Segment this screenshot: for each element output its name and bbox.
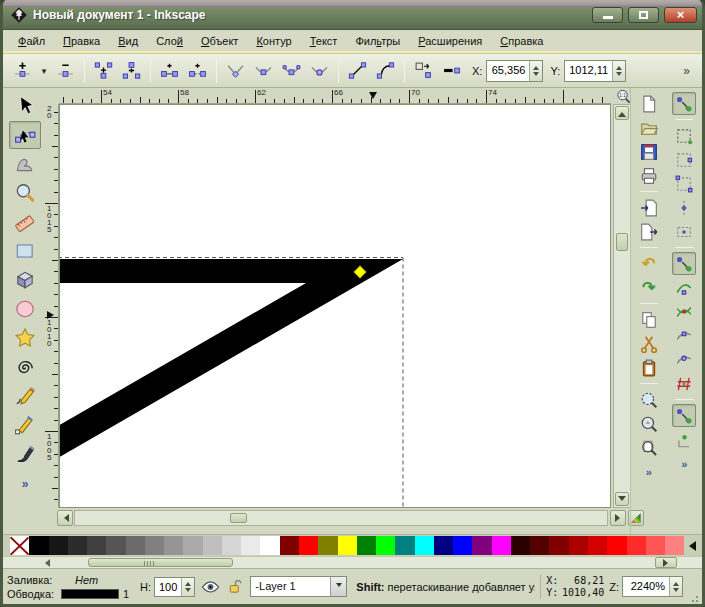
swatch-800000[interactable]	[549, 536, 568, 555]
tool-zoom-button[interactable]	[9, 179, 41, 207]
snap-path-intersections-button[interactable]	[672, 300, 696, 323]
make-symmetric-node-button[interactable]	[278, 57, 305, 84]
spinner-arrows[interactable]	[669, 577, 682, 596]
menu-item-2[interactable]: Вид	[109, 32, 147, 50]
tool-spiral-button[interactable]	[9, 353, 41, 381]
undo-button[interactable]: ↶	[637, 252, 661, 275]
commands-overflow-button[interactable]: »	[646, 466, 652, 478]
join-with-segment-button[interactable]	[156, 57, 183, 84]
minimize-button[interactable]	[592, 7, 623, 23]
snap-bounding-box-button[interactable]	[672, 124, 696, 147]
swatch-ffffff[interactable]	[260, 536, 279, 555]
toolbar-overflow-button[interactable]: »	[677, 64, 696, 78]
redo-button[interactable]: ↷	[637, 276, 661, 299]
tool-tweak-button[interactable]	[9, 150, 41, 178]
swatch-ffff00[interactable]	[338, 536, 357, 555]
break-nodes-button[interactable]	[118, 57, 145, 84]
menu-item-7[interactable]: Фильтры	[346, 32, 409, 50]
canvas-viewport[interactable]	[59, 104, 611, 508]
print-button[interactable]	[637, 164, 661, 187]
palette-scroll-left-icon[interactable]	[41, 559, 50, 567]
snap-to-paths-button[interactable]	[672, 276, 696, 299]
swatch-ff0000[interactable]	[607, 536, 626, 555]
layer-visibility-toggle[interactable]	[200, 579, 220, 595]
join-nodes-button[interactable]	[90, 57, 117, 84]
insert-node-button[interactable]	[9, 57, 36, 84]
stroke-to-path-button[interactable]	[438, 57, 465, 84]
menu-item-8[interactable]: Расширения	[409, 32, 491, 50]
menu-item-3[interactable]: Слой	[147, 32, 192, 50]
make-corner-node-button[interactable]	[222, 57, 249, 84]
palette-scroll-thumb[interactable]	[88, 558, 233, 567]
open-button[interactable]	[637, 116, 661, 139]
vertical-scrollbar[interactable]	[613, 104, 631, 508]
swatch-ff0000[interactable]	[299, 536, 318, 555]
insert-node-dropdown[interactable]: ▾	[37, 57, 51, 84]
delete-segment-button[interactable]	[184, 57, 211, 84]
swatch-000000[interactable]	[29, 536, 48, 555]
swatch-aa0000[interactable]	[569, 536, 588, 555]
swatch-d40000[interactable]	[588, 536, 607, 555]
make-auto-node-button[interactable]	[306, 57, 333, 84]
swatch-ff00ff[interactable]	[492, 536, 511, 555]
swatch-2b0000[interactable]	[511, 536, 530, 555]
swatch-000080[interactable]	[434, 536, 453, 555]
swatch-555555[interactable]	[106, 536, 125, 555]
zoom-drawing-button[interactable]	[637, 412, 661, 435]
make-smooth-node-button[interactable]	[250, 57, 277, 84]
swatch-959595[interactable]	[164, 536, 183, 555]
layer-selector[interactable]: -Layer 1	[250, 576, 347, 597]
swatch-d5d5d5[interactable]	[222, 536, 241, 555]
tool-rectangle-button[interactable]	[9, 237, 41, 265]
copy-button[interactable]	[637, 308, 661, 331]
swatch-00ffff[interactable]	[415, 536, 434, 555]
tool-node-editor-button[interactable]	[9, 121, 41, 149]
menu-item-6[interactable]: Текст	[301, 32, 347, 50]
vertical-scroll-thumb[interactable]	[616, 233, 628, 251]
swatch-ff2a2a[interactable]	[627, 536, 646, 555]
object-to-path-button[interactable]	[410, 57, 437, 84]
horizontal-scroll-thumb[interactable]	[230, 513, 247, 523]
menu-item-1[interactable]: Правка	[54, 32, 109, 50]
menu-item-0[interactable]: Файл	[9, 32, 54, 50]
snap-bbox-edge-midpoints-button[interactable]	[672, 196, 696, 219]
swatch-eaeaea[interactable]	[241, 536, 260, 555]
tool-selector-button[interactable]	[9, 92, 41, 120]
swatch-none[interactable]	[10, 536, 29, 555]
swatch-6b6b6b[interactable]	[126, 536, 145, 555]
spinner-arrows[interactable]	[181, 578, 194, 596]
tool-pencil-button[interactable]	[9, 382, 41, 410]
new-document-button[interactable]	[637, 92, 661, 115]
menu-item-9[interactable]: Справка	[491, 32, 552, 50]
toolbox-overflow-button[interactable]: »	[22, 477, 29, 491]
snap-nodes-button[interactable]	[672, 252, 696, 275]
menu-item-4[interactable]: Объект	[192, 32, 247, 50]
cut-button[interactable]	[637, 332, 661, 355]
swatch-550000[interactable]	[530, 536, 549, 555]
scroll-down-button[interactable]	[615, 492, 629, 506]
zoom-input[interactable]: 2240%	[622, 576, 683, 597]
palette-scrollbar[interactable]	[3, 556, 702, 568]
swatch-008080[interactable]	[395, 536, 414, 555]
stroke-color-swatch[interactable]	[61, 589, 119, 599]
close-button[interactable]: ×	[664, 7, 697, 23]
swatch-800080[interactable]	[472, 536, 491, 555]
snap-bbox-centers-button[interactable]	[672, 220, 696, 243]
palette-overflow-arrow[interactable]	[684, 541, 696, 551]
horizontal-ruler[interactable]: 545862667074	[59, 88, 611, 104]
snap-bbox-corners-button[interactable]	[672, 172, 696, 195]
swatch-008000[interactable]	[357, 536, 376, 555]
opacity-input[interactable]: 100	[154, 577, 195, 597]
layer-lock-toggle[interactable]	[225, 579, 245, 595]
save-button[interactable]	[637, 140, 661, 163]
scroll-right-button[interactable]	[610, 510, 626, 526]
delete-node-button[interactable]	[52, 57, 79, 84]
spinner-arrows[interactable]	[529, 61, 542, 81]
zoom-page-button[interactable]	[637, 436, 661, 459]
swatch-161616[interactable]	[49, 536, 68, 555]
paste-button[interactable]	[637, 356, 661, 379]
snap-overflow-button[interactable]: »	[681, 458, 687, 470]
swatch-800000[interactable]	[280, 536, 299, 555]
y-coordinate-input[interactable]: 1012,11	[564, 60, 626, 82]
swatch-00ff00[interactable]	[376, 536, 395, 555]
